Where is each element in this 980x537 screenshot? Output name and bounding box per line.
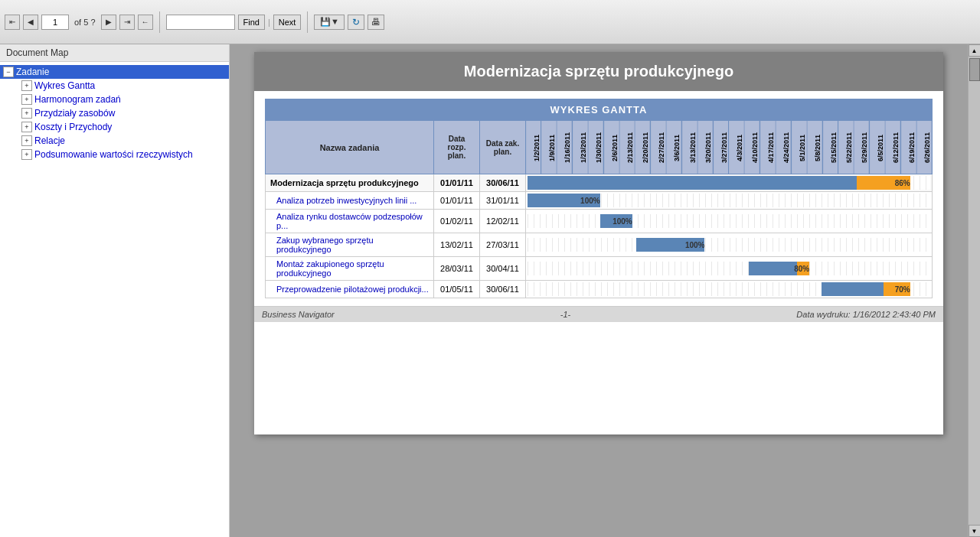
date-col-1: 1/2/2011 (526, 121, 541, 174)
tree-item-koszty[interactable]: + Koszty i Przychody (0, 120, 229, 134)
date-col-2: 1/9/2011 (541, 121, 557, 174)
tree-label-podsumowanie: Podsumowanie wartości rzeczywistych (34, 149, 193, 160)
date-col-13: 3/27/2011 (714, 121, 729, 174)
scroll-up-arrow[interactable]: ▲ (969, 44, 981, 57)
end-date-cell: 27/03/11 (480, 233, 526, 257)
date-col-24: 6/12/2011 (885, 121, 900, 174)
task-name-cell: Montaż zakupionego sprzętu produkcyjnego (266, 257, 434, 281)
date-col-18: 5/1/2011 (792, 121, 807, 174)
page-number-input[interactable]: 1 (41, 15, 69, 30)
gantt-row: Przeprowadzenie pilotażowej produkcji...… (266, 281, 933, 298)
end-date-cell: 30/06/11 (480, 174, 526, 192)
print-button[interactable]: 🖶 (368, 15, 384, 30)
col-start-date: Data rozp.plan. (434, 121, 480, 174)
bar-cell: 70% (526, 281, 933, 298)
percent-label: 100% (580, 197, 600, 205)
expand-icon-przydzialy[interactable]: + (21, 108, 32, 119)
bar-cell: 100% (526, 233, 933, 257)
bar-cell: 100% (526, 210, 933, 233)
expand-icon-relacje[interactable]: + (21, 135, 32, 146)
tree-label-koszty: Koszty i Przychody (34, 122, 112, 132)
separator-2 (307, 11, 308, 33)
task-name-cell: Analiza potrzeb inwestycyjnych linii ... (266, 192, 434, 210)
date-col-5: 1/30/2011 (588, 121, 603, 174)
last-page-button[interactable]: ⇥ (119, 15, 135, 30)
expand-icon-koszty[interactable]: + (21, 122, 32, 132)
gantt-header-title: WYKRES GANTTA (266, 99, 933, 121)
report-footer: Business Navigator -1- Data wydruku: 1/1… (254, 306, 943, 322)
date-col-17: 4/24/2011 (776, 121, 791, 174)
scroll-down-arrow[interactable]: ▼ (969, 525, 981, 537)
right-scrollbar: ▲ ▼ (968, 44, 980, 537)
date-col-14: 4/3/2011 (729, 121, 744, 174)
expand-icon-podsumowanie[interactable]: + (21, 149, 32, 160)
page-count: of 5 ? (72, 18, 98, 27)
separator-1 (159, 11, 160, 33)
gantt-row: Zakup wybranego sprzętu produkcyjnego13/… (266, 233, 933, 257)
start-date-cell: 28/03/11 (434, 257, 480, 281)
scroll-thumb[interactable] (969, 58, 980, 81)
report-title: Modernizacja sprzętu produkcyjnego (254, 52, 943, 91)
task-name-cell: Modernizacja sprzętu produkcyjnego (266, 174, 434, 192)
next-button[interactable]: Next (273, 15, 302, 30)
gantt-table: WYKRES GANTTA Nazwa zadania Data rozp.pl… (265, 99, 933, 298)
start-date-cell: 13/02/11 (434, 233, 480, 257)
next-page-button[interactable]: ▶ (101, 15, 116, 30)
first-page-button[interactable]: ⇤ (5, 15, 20, 30)
date-col-4: 1/23/2011 (573, 121, 588, 174)
date-col-15: 4/10/2011 (744, 121, 760, 174)
doc-map-title: Document Map (0, 44, 229, 62)
find-button[interactable]: Find (238, 15, 265, 30)
end-date-cell: 12/02/11 (480, 210, 526, 233)
back-button[interactable]: ← (138, 15, 153, 30)
date-col-12: 3/20/2011 (697, 121, 713, 174)
date-col-3: 1/16/2011 (557, 121, 572, 174)
gantt-row: Analiza potrzeb inwestycyjnych linii ...… (266, 192, 933, 210)
collapse-icon[interactable]: − (3, 67, 14, 77)
tree-item-zadanie[interactable]: − Zadanie (0, 65, 229, 79)
gantt-container: WYKRES GANTTA Nazwa zadania Data rozp.pl… (254, 91, 943, 306)
tree-label-relacje: Relacje (34, 135, 65, 146)
task-name-cell: Analiza rynku dostawców podzespołów p... (266, 210, 434, 233)
bar-cell: 86% (526, 174, 933, 192)
start-date-cell: 01/05/11 (434, 281, 480, 298)
prev-page-button[interactable]: ◀ (23, 15, 38, 30)
date-col-10: 3/6/2011 (666, 121, 681, 174)
start-date-cell: 01/02/11 (434, 210, 480, 233)
date-col-8: 2/20/2011 (635, 121, 650, 174)
date-col-23: 6/5/2011 (870, 121, 885, 174)
refresh-button[interactable]: ↻ (348, 15, 364, 30)
col-end-date: Data zak.plan. (480, 121, 526, 174)
tree-label-harmonogram: Harmonogram zadań (34, 94, 121, 105)
toolbar: ⇤ ◀ 1 of 5 ? ▶ ⇥ ← Find | Next 💾▼ ↻ 🖶 (0, 0, 980, 44)
export-button[interactable]: 💾▼ (314, 15, 345, 30)
tree-item-harmonogram[interactable]: + Harmonogram zadań (0, 93, 229, 106)
tree-item-podsumowanie[interactable]: + Podsumowanie wartości rzeczywistych (0, 148, 229, 161)
report-content[interactable]: Modernizacja sprzętu produkcyjnego WYKRE… (230, 44, 968, 537)
date-col-19: 5/8/2011 (807, 121, 822, 174)
percent-label: 100% (612, 217, 632, 226)
tree-item-relacje[interactable]: + Relacje (0, 134, 229, 148)
search-input[interactable] (166, 15, 235, 30)
main-area: Document Map − Zadanie + Wykres Gantta +… (0, 44, 980, 537)
tree-label-gantta: Wykres Gantta (34, 80, 95, 91)
tree-item-wykres-gantta[interactable]: + Wykres Gantta (0, 79, 229, 93)
date-col-21: 5/22/2011 (838, 121, 854, 174)
end-date-cell: 31/01/11 (480, 192, 526, 210)
expand-icon-harmonogram[interactable]: + (21, 94, 32, 105)
date-col-6: 2/6/2011 (604, 121, 619, 174)
bar-cell: 80% (526, 257, 933, 281)
date-col-7: 2/13/2011 (619, 121, 635, 174)
col-task-name: Nazwa zadania (266, 121, 434, 174)
percent-label: 100% (685, 241, 705, 249)
tree-item-przydzialy[interactable]: + Przydziały zasobów (0, 106, 229, 120)
start-date-cell: 01/01/11 (434, 192, 480, 210)
percent-label: 70% (895, 285, 910, 294)
col-headers-row: Nazwa zadania Data rozp.plan. Data zak.p… (266, 121, 933, 174)
end-date-cell: 30/04/11 (480, 257, 526, 281)
date-col-22: 5/29/2011 (854, 121, 869, 174)
expand-icon-gantta[interactable]: + (21, 80, 32, 91)
date-col-9: 2/27/2011 (651, 121, 666, 174)
date-col-20: 5/15/2011 (823, 121, 838, 174)
footer-left: Business Navigator (262, 310, 335, 319)
